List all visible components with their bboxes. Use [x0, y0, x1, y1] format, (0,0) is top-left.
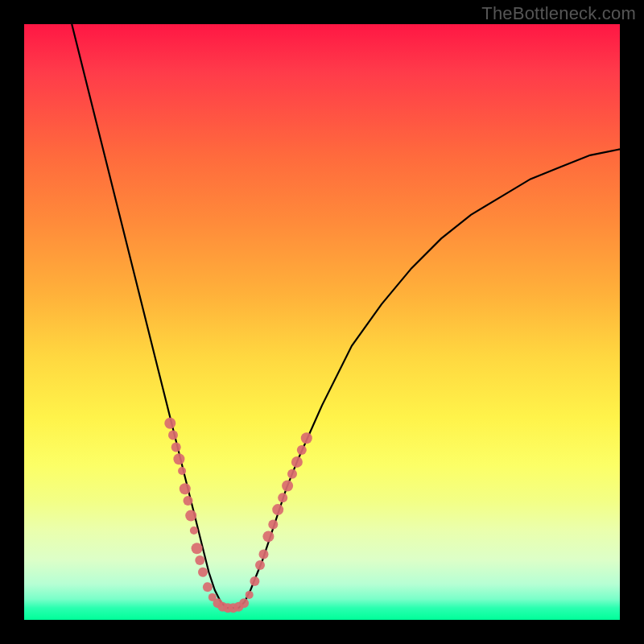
data-marker	[198, 568, 208, 577]
watermark-text: TheBottleneck.com	[481, 3, 636, 24]
data-marker	[168, 431, 178, 440]
data-marker	[282, 481, 293, 492]
data-marker	[185, 510, 196, 522]
data-marker	[178, 467, 186, 475]
data-marker	[164, 418, 175, 429]
plot-area	[24, 24, 620, 620]
markers	[164, 418, 312, 613]
data-marker	[297, 445, 307, 455]
data-marker	[255, 560, 265, 570]
data-marker	[250, 576, 259, 586]
data-marker	[246, 591, 254, 599]
data-marker	[291, 456, 303, 468]
bottleneck-curve	[72, 24, 620, 608]
data-marker	[262, 530, 274, 542]
data-marker	[301, 432, 312, 444]
data-marker	[190, 526, 198, 535]
data-marker	[259, 550, 269, 559]
curve-svg	[24, 24, 620, 620]
data-marker	[180, 483, 191, 494]
data-marker	[192, 543, 203, 554]
data-marker	[278, 493, 287, 502]
data-marker	[195, 555, 204, 565]
data-marker	[287, 469, 297, 479]
data-marker	[272, 504, 283, 515]
data-marker	[239, 598, 249, 608]
data-marker	[203, 582, 213, 592]
data-marker	[171, 442, 181, 452]
data-marker	[173, 453, 184, 464]
data-marker	[184, 496, 193, 506]
data-marker	[268, 520, 278, 530]
chart-frame: TheBottleneck.com	[0, 0, 644, 644]
